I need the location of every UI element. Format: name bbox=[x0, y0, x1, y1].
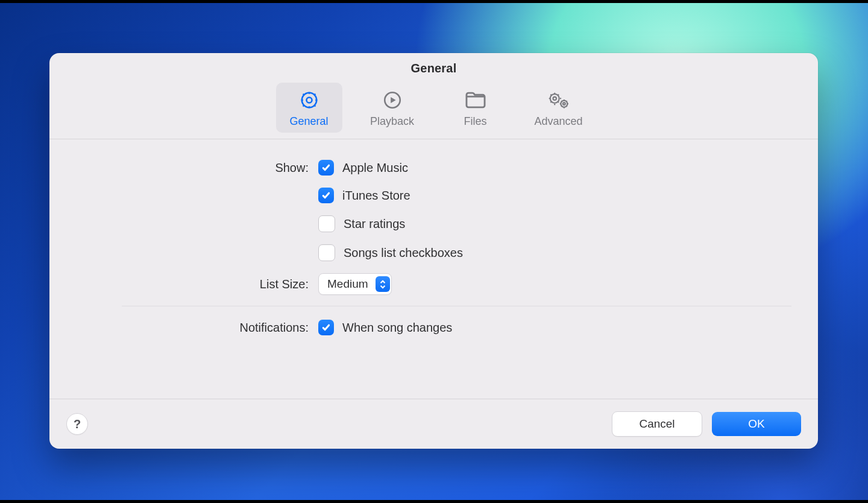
window-toolbar: General General bbox=[49, 53, 818, 139]
play-circle-icon bbox=[381, 89, 404, 112]
preferences-window: General General bbox=[49, 53, 818, 449]
tab-label: Advanced bbox=[534, 115, 582, 128]
svg-point-0 bbox=[306, 97, 312, 103]
tab-playback[interactable]: Playback bbox=[359, 83, 426, 133]
folder-icon bbox=[464, 89, 487, 112]
svg-point-6 bbox=[562, 103, 565, 105]
checkbox-label: iTunes Store bbox=[342, 189, 410, 203]
checkbox-label: When song changes bbox=[342, 321, 452, 335]
tab-label: Files bbox=[464, 115, 486, 128]
window-footer: ? Cancel OK bbox=[49, 399, 818, 449]
row-notifications: Notifications: When song changes bbox=[74, 320, 794, 335]
row-show-star-ratings: Star ratings bbox=[74, 215, 794, 232]
svg-point-4 bbox=[553, 97, 556, 100]
help-button[interactable]: ? bbox=[66, 413, 88, 435]
list-size-popup[interactable]: Medium bbox=[318, 273, 392, 295]
letterbox bbox=[0, 0, 868, 3]
tab-general[interactable]: General bbox=[276, 83, 342, 133]
section-label-notifications: Notifications: bbox=[74, 321, 318, 335]
section-label-list-size: List Size: bbox=[74, 277, 318, 291]
checkbox-apple-music[interactable] bbox=[318, 160, 334, 176]
checkbox-label: Songs list checkboxes bbox=[344, 246, 463, 260]
separator bbox=[122, 306, 791, 306]
tab-label: General bbox=[289, 115, 328, 128]
preferences-content: Show: Apple Music iTunes Store bbox=[49, 139, 818, 399]
row-show-songs-checkboxes: Songs list checkboxes bbox=[74, 244, 794, 261]
tab-label: Playback bbox=[370, 115, 414, 128]
checkbox-star-ratings[interactable] bbox=[318, 215, 335, 232]
cancel-button[interactable]: Cancel bbox=[612, 411, 702, 437]
svg-point-1 bbox=[301, 93, 316, 107]
section-label-show: Show: bbox=[74, 161, 318, 175]
svg-point-3 bbox=[550, 94, 559, 103]
checkbox-itunes-store[interactable] bbox=[318, 188, 334, 203]
gear-icon bbox=[298, 89, 321, 112]
checkbox-label: Star ratings bbox=[344, 217, 405, 231]
ok-button[interactable]: OK bbox=[712, 412, 801, 436]
checkbox-songs-list-checkboxes[interactable] bbox=[318, 244, 335, 261]
chevron-up-down-icon bbox=[376, 276, 390, 292]
letterbox bbox=[0, 500, 868, 503]
window-title: General bbox=[49, 62, 818, 75]
tab-files[interactable]: Files bbox=[442, 83, 509, 133]
row-show-itunes-store: iTunes Store bbox=[74, 188, 794, 203]
toolbar-tabs: General Playback Files bbox=[49, 83, 818, 133]
popup-value: Medium bbox=[327, 277, 368, 291]
gears-icon bbox=[547, 89, 570, 112]
row-list-size: List Size: Medium bbox=[74, 273, 794, 295]
tab-advanced[interactable]: Advanced bbox=[526, 83, 592, 133]
checkbox-label: Apple Music bbox=[342, 161, 408, 175]
row-show-apple-music: Show: Apple Music bbox=[74, 160, 794, 176]
checkbox-when-song-changes[interactable] bbox=[318, 320, 334, 335]
